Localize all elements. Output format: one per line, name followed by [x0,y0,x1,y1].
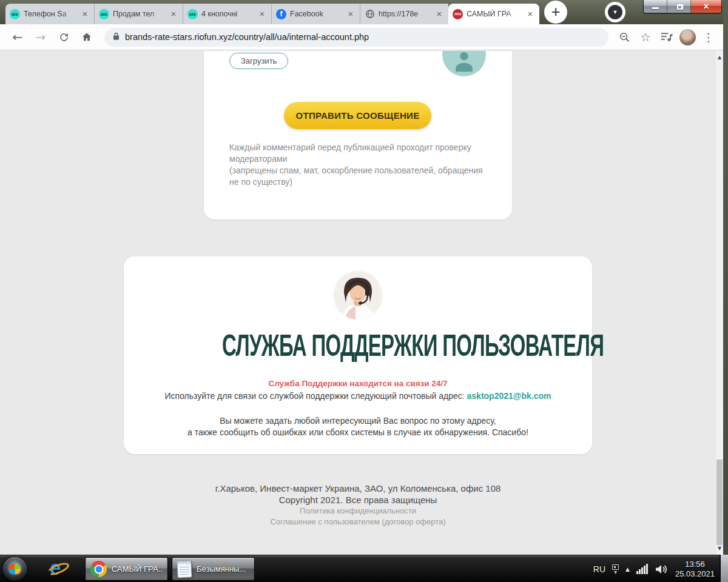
support-status-line: Служба Поддержки находится на связи 24/7 [124,379,592,388]
support-title-wrap: СЛУЖБА ПОДДЕРЖКИ ПОЛЬЗОВАТЕЛЯ [124,328,592,363]
window-frame-edge [723,0,728,555]
olx-icon: olx [99,9,109,19]
chrome-taskbar-button[interactable]: САМЫЙ ГРА... [85,557,168,581]
page-footer: г.Харьков, Инвест-маркет Украина, ЗАО, у… [0,483,716,527]
support-agent-photo [334,271,382,319]
note-line: (запрещены спам, мат, оскорбление пользо… [229,165,494,188]
tab-close-icon[interactable]: × [525,9,535,19]
language-indicator[interactable]: RU [593,564,605,574]
tab-title: Продам тел [113,10,165,18]
volume-icon[interactable] [655,564,669,575]
back-button[interactable]: ← [8,28,27,46]
tab-close-icon[interactable]: × [346,9,356,19]
support-info-line: а также сообщить об ошибках или сбоях си… [124,427,592,437]
system-tray: RU ▼ ▲ 13:56 25.03.2021 [593,555,715,582]
tab-samyi-active[interactable]: 2019 САМЫЙ ГРА × [448,4,539,24]
notepad-window-title: Безымянны... [197,564,246,574]
globe-icon [365,9,375,19]
support-info-line: Вы можете задать любой интересующий Вас … [124,416,592,426]
internet-explorer-button[interactable]: e [47,559,69,580]
tab-search-button[interactable]: ▼ [605,2,625,22]
network-icon[interactable] [636,564,649,574]
tab-title: Телефон Sa [24,10,76,18]
support-title: СЛУЖБА ПОДДЕРЖКИ ПОЛЬЗОВАТЕЛЯ [222,328,604,363]
windows-logo-icon [9,564,21,574]
zoom-icon[interactable] [616,28,633,45]
windows-taskbar: e САМЫЙ ГРА... Безымянны... RU ▼ ▲ 13:56… [0,555,728,582]
maximize-button[interactable] [667,0,691,13]
support-contact-line: Используйте для связи со службой поддерж… [124,391,592,401]
tab-knopochni[interactable]: olx 4 кнопочні × [183,4,271,24]
support-email-link[interactable]: asktop2021@bk.com [467,391,551,401]
show-desktop-button[interactable] [720,555,728,582]
home-button[interactable] [78,28,96,46]
tab-telefon[interactable]: olx Телефон Sa × [5,4,94,24]
reload-button[interactable] [55,28,73,46]
tab-https[interactable]: https://178e × [360,4,448,24]
page-scrollbar[interactable]: ▲ ▼ [716,51,723,555]
chevron-down-icon: ▼ [614,570,617,574]
lock-icon[interactable] [113,32,120,43]
facebook-icon: f [276,9,286,19]
notepad-taskbar-button[interactable]: Безымянны... [172,557,255,581]
privacy-policy-link[interactable]: Политика конфиденциальности [0,506,716,517]
tab-close-icon[interactable]: × [434,9,444,19]
minimize-icon [652,7,659,9]
clock-time: 13:56 [675,560,715,569]
support-card: СЛУЖБА ПОДДЕРЖКИ ПОЛЬЗОВАТЕЛЯ Служба Под… [124,256,592,454]
taskbar-clock[interactable]: 13:56 25.03.2021 [675,560,715,579]
tab-title: САМЫЙ ГРА [467,10,522,18]
keyboard-icon [612,564,619,570]
page-viewport: Загрузить ОТПРАВИТЬ СООБЩЕНИЕ Каждый ком… [0,51,723,555]
chrome-window-title: САМЫЙ ГРА... [112,564,163,574]
chrome-icon [90,561,107,577]
close-button[interactable]: × [691,0,721,13]
menu-kebab-icon[interactable]: ⋮ [700,28,717,45]
chevron-down-icon: ▼ [608,5,622,19]
send-message-button[interactable]: ОТПРАВИТЬ СООБЩЕНИЕ [284,102,431,129]
upload-button[interactable]: Загрузить [229,53,288,69]
restore-icon [677,5,682,10]
user-avatar-placeholder [442,51,486,76]
toolbar-actions: ☆ ⋮ [616,28,717,45]
forward-button[interactable]: → [32,28,50,46]
keyboard-layout-control[interactable]: ▼ [612,564,619,574]
tab-close-icon[interactable]: × [257,9,267,19]
scrollbar-thumb[interactable] [716,460,723,545]
tab-title: https://178e [379,10,431,18]
tab-prodam[interactable]: olx Продам тел × [94,4,183,24]
footer-copyright: Copyright 2021. Все права защищены [0,494,716,506]
tab-title: 4 кнопочні [201,10,254,18]
olx-icon: olx [187,9,198,19]
media-controls-icon[interactable] [658,28,675,45]
moderation-note: Каждый комментарий перед публикацией про… [229,142,494,188]
address-bar[interactable]: brands-rate-stars.riofun.xyz/country/all… [104,28,608,47]
window-controls: × [643,0,722,13]
url-text[interactable]: brands-rate-stars.riofun.xyz/country/all… [125,32,369,42]
show-hidden-icons-button[interactable]: ▲ [625,566,630,572]
olx-icon: olx [10,9,20,19]
comment-form-card: Загрузить ОТПРАВИТЬ СООБЩЕНИЕ Каждый ком… [204,51,512,219]
browser-toolbar: ← → brands-rate-stars.riofun.xyz/country… [0,24,723,50]
notepad-icon [177,560,192,578]
person-icon [450,51,478,75]
tab-close-icon[interactable]: × [169,9,178,19]
start-button[interactable] [3,557,27,581]
user-agreement-link[interactable]: Соглашение с пользователем (договор офер… [0,517,716,527]
new-tab-button[interactable]: + [544,1,567,24]
contact-prefix: Используйте для связи со службой поддерж… [165,391,465,401]
bookmark-star-icon[interactable]: ☆ [637,28,654,45]
tab-title: Facebook [290,10,342,18]
minimize-button[interactable] [644,0,667,13]
scroll-up-icon[interactable]: ▲ [716,55,723,60]
site-favicon-2019-icon: 2019 [453,9,463,19]
footer-address: г.Харьков, Инвест-маркет Украина, ЗАО, у… [0,483,716,494]
screen: olx Телефон Sa × olx Продам тел × olx 4 … [0,0,728,582]
close-icon: × [703,1,709,12]
tab-close-icon[interactable]: × [80,9,90,19]
tab-facebook[interactable]: f Facebook × [271,4,360,24]
profile-avatar[interactable] [679,29,696,45]
browser-tab-strip: olx Телефон Sa × olx Продам тел × olx 4 … [0,0,728,24]
scroll-down-icon[interactable]: ▼ [716,546,723,551]
clock-date: 25.03.2021 [675,569,715,579]
